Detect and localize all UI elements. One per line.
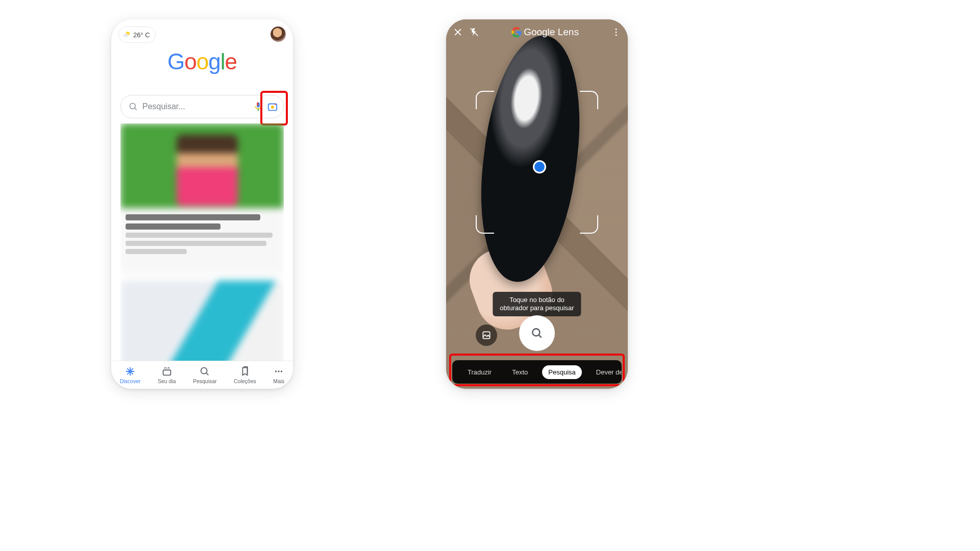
tab-collections[interactable]: Coleções [234, 366, 256, 384]
svg-rect-19 [483, 332, 489, 338]
tab-search[interactable]: Pesquisar [193, 366, 217, 384]
mode-homework[interactable]: Dever de casa [590, 365, 622, 379]
svg-point-20 [532, 329, 540, 336]
google-logo: Google [111, 49, 293, 74]
profile-avatar[interactable] [271, 27, 286, 42]
tab-label: Coleções [234, 378, 256, 384]
svg-line-3 [135, 108, 137, 110]
tab-more[interactable]: Mais [273, 366, 284, 384]
mode-translate[interactable]: Traduzir [461, 365, 498, 379]
mode-search-active[interactable]: Pesquisa [542, 365, 581, 379]
gallery-button[interactable] [476, 324, 497, 346]
search-icon [199, 366, 210, 377]
discover-icon [125, 366, 136, 377]
camera-lens-icon[interactable] [267, 101, 278, 112]
tab-label: Seu dia [158, 378, 176, 384]
close-button[interactable] [451, 26, 464, 39]
phone-google-app: 26° C Google Pesquisar... [111, 19, 293, 389]
mode-text[interactable]: Texto [506, 365, 534, 379]
svg-line-21 [538, 335, 541, 337]
lens-viewfinder[interactable]: Google Lens Toque no botão do obturador … [446, 19, 628, 389]
svg-point-12 [275, 370, 277, 372]
weather-chip[interactable]: 26° C [118, 27, 156, 43]
tab-label: Pesquisar [193, 378, 217, 384]
focus-point[interactable] [533, 160, 546, 173]
svg-point-10 [201, 368, 207, 374]
svg-point-2 [130, 103, 135, 109]
lens-mode-bar: Traduzir Texto Pesquisa Dever de casa Co [452, 360, 622, 384]
search-icon [530, 327, 544, 340]
mic-icon[interactable] [253, 101, 264, 112]
feed-card[interactable] [120, 281, 284, 361]
svg-rect-9 [163, 370, 170, 375]
svg-point-13 [278, 370, 280, 372]
tooltip-shutter-hint: Toque no botão do obturador para pesquis… [493, 292, 581, 317]
your-day-icon [161, 366, 173, 377]
tab-label: Discover [120, 378, 141, 384]
more-icon [273, 366, 284, 377]
search-placeholder: Pesquisar... [142, 102, 249, 111]
more-vertical-icon [611, 27, 621, 37]
svg-point-7 [271, 106, 274, 109]
overflow-menu-button[interactable] [609, 26, 623, 39]
flash-off-icon [469, 27, 479, 37]
feed-card-text-blur [126, 211, 279, 257]
shutter-button[interactable] [519, 315, 555, 351]
search-bar[interactable]: Pesquisar... [120, 95, 284, 118]
tab-your-day[interactable]: Seu dia [158, 366, 176, 384]
svg-point-16 [616, 29, 617, 30]
lens-title: Google Lens [524, 27, 579, 38]
phone-google-lens: Google Lens Toque no botão do obturador … [446, 19, 628, 389]
svg-point-8 [275, 104, 276, 105]
image-icon [481, 330, 492, 340]
svg-point-17 [616, 32, 617, 33]
close-icon [453, 27, 463, 37]
weather-temp: 26° C [133, 31, 150, 39]
svg-line-11 [206, 373, 208, 375]
svg-rect-4 [257, 103, 258, 106]
flash-toggle[interactable] [468, 26, 481, 39]
svg-point-1 [123, 34, 129, 37]
discover-feed[interactable] [120, 123, 284, 361]
lens-top-bar: Google Lens [446, 23, 628, 41]
tab-label: Mais [273, 378, 284, 384]
tab-discover[interactable]: Discover [120, 366, 141, 384]
google-g-icon [511, 27, 522, 37]
weather-partly-cloudy-icon [122, 30, 131, 39]
svg-point-14 [281, 370, 282, 372]
svg-point-18 [616, 34, 617, 36]
collections-icon [239, 366, 251, 377]
bottom-nav: Discover Seu dia Pesquisar Coleções Mais [111, 361, 293, 389]
search-icon [128, 102, 138, 112]
